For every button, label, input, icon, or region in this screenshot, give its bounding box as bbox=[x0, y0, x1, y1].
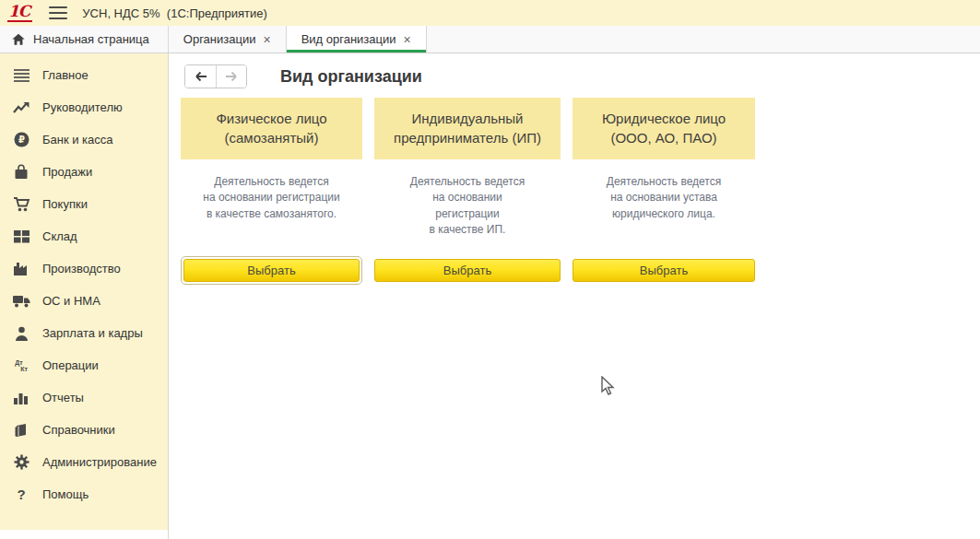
sidebar-item-label: ОС и НМА bbox=[42, 294, 100, 308]
books-icon bbox=[12, 422, 30, 439]
sidebar-item-label: Операции bbox=[42, 358, 99, 372]
card-description: Деятельность ведется на основании регист… bbox=[374, 174, 561, 256]
window-titlebar: 1С УСН, НДС 5% (1С:Предприятие) bbox=[0, 0, 980, 26]
trend-arrow-icon bbox=[12, 100, 30, 116]
card-title: Юридическое лицо (ООО, АО, ПАО) bbox=[573, 98, 755, 159]
window-title: УСН, НДС 5% (1С:Предприятие) bbox=[82, 6, 266, 20]
sidebar-item-pokupki[interactable]: Покупки bbox=[0, 188, 168, 220]
card-individual-selfemployed: Физическое лицо (самозанятый) Деятельнос… bbox=[181, 98, 362, 285]
close-icon[interactable]: × bbox=[404, 33, 411, 46]
card-description: Деятельность ведется на основании регист… bbox=[181, 174, 362, 256]
debit-credit-icon: ДтКт bbox=[12, 357, 30, 374]
ruble-circle-icon: ₽ bbox=[12, 132, 30, 148]
sidebar-item-rukovoditelyu[interactable]: Руководителю bbox=[0, 91, 168, 123]
card-title: Индивидуальный предприниматель (ИП) bbox=[374, 98, 561, 159]
menu-lines-icon bbox=[12, 67, 30, 84]
truck-icon bbox=[12, 293, 30, 310]
sidebar-item-label: Продажи bbox=[42, 165, 92, 179]
app-window: 1С УСН, НДС 5% (1С:Предприятие) Начальна… bbox=[0, 0, 980, 539]
tab-organizations[interactable]: Организации × bbox=[169, 26, 287, 53]
sidebar-item-label: Зарплата и кадры bbox=[42, 326, 143, 340]
tab-bar: Начальная страница Организации × Вид орг… bbox=[0, 26, 980, 53]
factory-icon bbox=[12, 261, 30, 277]
tab-label: Вид организации bbox=[301, 32, 396, 46]
sidebar-item-os-i-nma[interactable]: ОС и НМА bbox=[0, 285, 168, 317]
sidebar-item-label: Помощь bbox=[42, 487, 89, 501]
sidebar-item-label: Покупки bbox=[42, 197, 88, 211]
default-button-focus-ring: Выбрать bbox=[181, 256, 362, 285]
main-content: Вид организации Физическое лицо (самозан… bbox=[169, 53, 980, 539]
arrow-right-icon bbox=[225, 71, 238, 82]
sidebar-item-label: Склад bbox=[42, 229, 77, 243]
sidebar-item-otchety[interactable]: Отчеты bbox=[0, 381, 168, 414]
sidebar-item-bank-i-kassa[interactable]: ₽ Банк и касса bbox=[0, 123, 168, 156]
forward-button[interactable] bbox=[216, 65, 246, 88]
card-legal-entity: Юридическое лицо (ООО, АО, ПАО) Деятельн… bbox=[573, 98, 755, 285]
select-button-ip[interactable]: Выбрать bbox=[374, 259, 561, 282]
tab-label: Начальная страница bbox=[33, 32, 149, 46]
sidebar-item-zarplata-i-kadry[interactable]: Зарплата и кадры bbox=[0, 317, 168, 349]
gear-icon bbox=[12, 454, 30, 471]
sidebar-item-sklad[interactable]: Склад bbox=[0, 220, 168, 252]
sidebar-item-label: Администрирование bbox=[42, 455, 157, 469]
1c-logo: 1С bbox=[7, 4, 32, 22]
main-menu-icon[interactable] bbox=[49, 6, 67, 19]
sidebar-item-prodazhi[interactable]: Продажи bbox=[0, 156, 168, 188]
question-icon: ? bbox=[12, 486, 30, 503]
person-icon bbox=[12, 325, 30, 342]
sidebar-item-label: Главное bbox=[42, 68, 89, 82]
tab-label: Организации bbox=[183, 32, 256, 46]
sidebar-item-label: Отчеты bbox=[42, 391, 84, 404]
sidebar-item-label: Справочники bbox=[42, 423, 115, 437]
select-button-legal[interactable]: Выбрать bbox=[573, 259, 755, 282]
sidebar-item-proizvodstvo[interactable]: Производство bbox=[0, 252, 168, 285]
pallet-grid-icon bbox=[12, 228, 30, 245]
sidebar-item-label: Руководителю bbox=[42, 100, 123, 114]
sidebar-item-glavnoe[interactable]: Главное bbox=[0, 59, 168, 91]
shopping-cart-icon bbox=[12, 196, 30, 213]
sidebar-item-label: Банк и касса bbox=[42, 133, 113, 146]
arrow-left-icon bbox=[195, 71, 207, 82]
organization-type-cards: Физическое лицо (самозанятый) Деятельнос… bbox=[181, 98, 980, 285]
tab-organization-type[interactable]: Вид организации × bbox=[287, 26, 427, 53]
select-button-selfemployed[interactable]: Выбрать bbox=[183, 259, 360, 282]
close-icon[interactable]: × bbox=[263, 33, 270, 46]
card-description: Деятельность ведется на основании устава… bbox=[573, 174, 755, 256]
bar-chart-icon bbox=[12, 390, 30, 406]
sidebar-item-operacii[interactable]: ДтКт Операции bbox=[0, 349, 168, 381]
sidebar-item-administrirovanie[interactable]: Администрирование bbox=[0, 446, 168, 478]
sidebar-item-spravochniki[interactable]: Справочники bbox=[0, 414, 168, 446]
sidebar: Главное Руководителю ₽ Банк и касса Прод… bbox=[0, 53, 169, 539]
history-nav-group bbox=[184, 64, 247, 88]
tab-home[interactable]: Начальная страница bbox=[0, 26, 169, 53]
card-title: Физическое лицо (самозанятый) bbox=[181, 98, 362, 159]
sidebar-item-pomosch[interactable]: ? Помощь bbox=[0, 478, 168, 510]
1c-logo-text: 1С bbox=[7, 4, 32, 22]
sidebar-item-label: Производство bbox=[42, 262, 121, 275]
page-title: Вид организации bbox=[280, 67, 422, 87]
shopping-bag-icon bbox=[12, 164, 30, 181]
back-button[interactable] bbox=[185, 65, 216, 88]
svg-text:₽: ₽ bbox=[18, 135, 25, 145]
home-icon bbox=[11, 32, 26, 47]
card-entrepreneur-ip: Индивидуальный предприниматель (ИП) Деят… bbox=[374, 98, 561, 285]
